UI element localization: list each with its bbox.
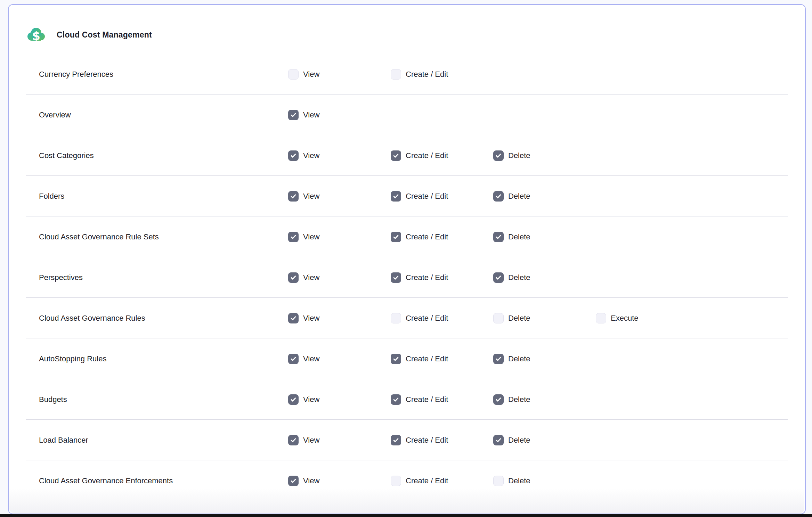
checkbox-icon[interactable] — [391, 69, 401, 80]
checkbox-label: Create / Edit — [406, 232, 448, 241]
checkbox-label: View — [303, 151, 319, 160]
checkbox-icon[interactable] — [391, 435, 401, 445]
checkbox-icon[interactable] — [391, 313, 401, 323]
checkbox-icon[interactable] — [288, 354, 299, 364]
permission-row-label: Cost Categories — [39, 151, 288, 160]
checkbox-icon[interactable] — [391, 394, 401, 405]
permission-checkbox-view[interactable]: View — [288, 69, 391, 80]
checkmark-icon — [495, 152, 502, 159]
permission-checkbox-view[interactable]: View — [288, 150, 391, 161]
checkbox-label: Delete — [508, 192, 530, 201]
permission-checkbox-view[interactable]: View — [288, 394, 391, 405]
checkbox-icon[interactable] — [391, 150, 401, 161]
permission-checkbox-create-edit[interactable]: Create / Edit — [391, 354, 493, 364]
checkbox-icon[interactable] — [288, 394, 299, 405]
checkmark-icon — [290, 477, 297, 484]
permission-checkbox-delete[interactable]: Delete — [493, 435, 596, 445]
checkbox-icon[interactable] — [288, 150, 299, 161]
permission-row: Cost Categories View Create / Edit Delet… — [9, 135, 805, 176]
checkbox-icon[interactable] — [288, 272, 299, 283]
permission-checkbox-delete[interactable]: Delete — [493, 394, 596, 405]
permission-row-label: Cloud Asset Governance Rules — [39, 314, 288, 323]
permission-checkbox-create-edit[interactable]: Create / Edit — [391, 272, 493, 283]
permission-row: Cloud Asset Governance Rules View Create… — [9, 298, 805, 338]
checkmark-icon — [290, 152, 297, 159]
checkbox-icon[interactable] — [493, 435, 504, 445]
checkbox-icon[interactable] — [391, 354, 401, 364]
permission-checkbox-view[interactable]: View — [288, 272, 391, 283]
permission-checkbox-create-edit[interactable]: Create / Edit — [391, 191, 493, 202]
permission-checkbox-execute[interactable]: Execute — [596, 313, 805, 323]
checkbox-icon[interactable] — [391, 191, 401, 202]
checkbox-label: View — [303, 192, 319, 201]
checkmark-icon — [290, 355, 297, 362]
checkbox-label: Delete — [508, 232, 530, 241]
checkbox-icon[interactable] — [493, 394, 504, 405]
checkbox-label: View — [303, 395, 319, 404]
permission-checkbox-delete[interactable]: Delete — [493, 476, 596, 486]
checkbox-icon[interactable] — [493, 150, 504, 161]
permission-row: Overview View — [9, 95, 805, 135]
permission-checkbox-create-edit[interactable]: Create / Edit — [391, 150, 493, 161]
checkmark-icon — [495, 396, 502, 403]
checkbox-icon[interactable] — [493, 313, 504, 323]
checkbox-label: Create / Edit — [406, 70, 448, 79]
permission-checkbox-create-edit[interactable]: Create / Edit — [391, 69, 493, 80]
permission-checkbox-view[interactable]: View — [288, 110, 391, 120]
checkbox-icon[interactable] — [288, 476, 299, 486]
checkbox-icon[interactable] — [391, 232, 401, 242]
checkbox-label: Delete — [508, 273, 530, 282]
checkbox-icon[interactable] — [391, 476, 401, 486]
checkbox-label: Create / Edit — [406, 314, 448, 323]
checkbox-icon[interactable] — [493, 476, 504, 486]
checkbox-label: Delete — [508, 436, 530, 445]
checkbox-label: Delete — [508, 151, 530, 160]
permission-checkbox-view[interactable]: View — [288, 476, 391, 486]
permissions-card: $ Cloud Cost Management Currency Prefere… — [8, 4, 806, 514]
permission-checkbox-delete[interactable]: Delete — [493, 272, 596, 283]
permission-checkbox-create-edit[interactable]: Create / Edit — [391, 232, 493, 242]
permission-checkbox-delete[interactable]: Delete — [493, 232, 596, 242]
checkbox-icon[interactable] — [493, 354, 504, 364]
permission-checkbox-create-edit[interactable]: Create / Edit — [391, 313, 493, 323]
permission-checkbox-create-edit[interactable]: Create / Edit — [391, 476, 493, 486]
checkbox-label: Execute — [611, 314, 639, 323]
checkbox-icon[interactable] — [596, 313, 606, 323]
checkmark-icon — [495, 274, 502, 281]
checkbox-icon[interactable] — [493, 232, 504, 242]
permission-checkbox-view[interactable]: View — [288, 191, 391, 202]
checkmark-icon — [495, 193, 502, 200]
checkbox-icon[interactable] — [493, 272, 504, 283]
permission-checkbox-delete[interactable]: Delete — [493, 150, 596, 161]
checkbox-label: Delete — [508, 354, 530, 363]
cloud-dollar-icon: $ — [27, 24, 46, 46]
checkmark-icon — [290, 233, 297, 240]
checkbox-label: Create / Edit — [406, 151, 448, 160]
checkbox-icon[interactable] — [288, 313, 299, 323]
checkmark-icon — [495, 355, 502, 362]
permission-checkbox-create-edit[interactable]: Create / Edit — [391, 394, 493, 405]
permission-checkbox-delete[interactable]: Delete — [493, 354, 596, 364]
checkbox-icon[interactable] — [391, 272, 401, 283]
checkbox-label: View — [303, 476, 319, 485]
permission-checkbox-delete[interactable]: Delete — [493, 191, 596, 202]
checkmark-icon — [495, 233, 502, 240]
checkbox-label: Delete — [508, 476, 530, 485]
checkbox-icon[interactable] — [288, 191, 299, 202]
permission-checkbox-view[interactable]: View — [288, 435, 391, 445]
permission-checkbox-delete[interactable]: Delete — [493, 313, 596, 323]
permission-checkbox-view[interactable]: View — [288, 232, 391, 242]
checkbox-icon[interactable] — [493, 191, 504, 202]
checkbox-label: Delete — [508, 314, 530, 323]
permission-checkbox-create-edit[interactable]: Create / Edit — [391, 435, 493, 445]
permission-row-label: Load Balancer — [39, 436, 288, 445]
checkbox-icon[interactable] — [288, 435, 299, 445]
permission-checkbox-view[interactable]: View — [288, 354, 391, 364]
checkmark-icon — [392, 233, 399, 240]
page-title: Cloud Cost Management — [57, 30, 152, 40]
checkbox-icon[interactable] — [288, 232, 299, 242]
checkbox-icon[interactable] — [288, 69, 299, 80]
permission-row-label: Cloud Asset Governance Rule Sets — [39, 232, 288, 241]
permission-checkbox-view[interactable]: View — [288, 313, 391, 323]
checkbox-icon[interactable] — [288, 110, 299, 120]
